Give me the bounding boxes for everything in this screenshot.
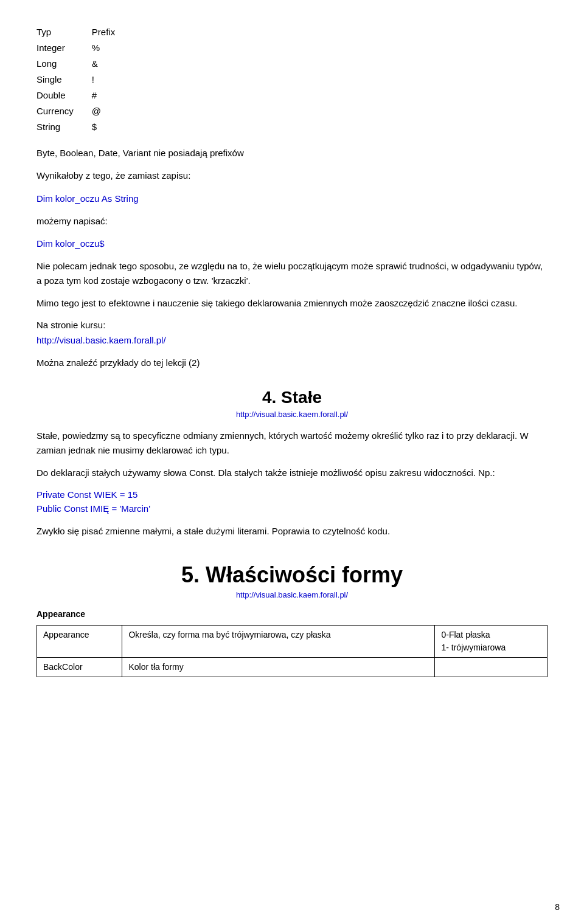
table-row: BackColorKolor tła formy bbox=[37, 658, 548, 677]
table-row: AppearanceOkreśla, czy forma ma być trój… bbox=[37, 626, 548, 658]
appearance-table: AppearanceOkreśla, czy forma ma być trój… bbox=[36, 625, 548, 677]
table-row: TypPrefix bbox=[36, 24, 133, 40]
section4-p3: Zwykło się pisać zmienne małymi, a stałe… bbox=[36, 524, 548, 538]
code-private-const: Private Const WIEK = 15 Public Const IMI… bbox=[36, 488, 548, 515]
lesson-text: Można znaleźć przykłady do tej lekcji (2… bbox=[36, 356, 548, 370]
paragraph-byte-boolean: Byte, Boolean, Date, Variant nie posiada… bbox=[36, 146, 548, 160]
paragraph-wynikaloby: Wynikałoby z tego, że zamiast zapisu: bbox=[36, 168, 548, 182]
table-row: Single! bbox=[36, 72, 133, 88]
paragraph-nie-polecam: Nie polecam jednak tego sposobu, ze wzgl… bbox=[36, 259, 548, 288]
na-stronie-label: Na stronie kursu: bbox=[36, 319, 548, 333]
section4-p1: Stałe, powiedzmy są to specyficzne odmia… bbox=[36, 429, 548, 457]
code-dim-dollar: Dim kolor_oczu$ bbox=[36, 236, 548, 250]
page-number: 8 bbox=[555, 902, 560, 912]
paragraph-mozemy: możemy napisać: bbox=[36, 214, 548, 228]
section4-url[interactable]: http://visual.basic.kaem.forall.pl/ bbox=[36, 410, 548, 419]
section4-heading: 4. Stałe bbox=[36, 388, 548, 407]
section4-p2: Do deklaracji stałych używamy słowa Cons… bbox=[36, 466, 548, 480]
section5-url[interactable]: http://visual.basic.kaem.forall.pl/ bbox=[36, 590, 548, 599]
type-prefix-table: TypPrefixInteger%Long&Single!Double#Curr… bbox=[36, 24, 133, 135]
paragraph-mimo-tego: Mimo tego jest to efektowne i nauczenie … bbox=[36, 296, 548, 310]
appearance-section-label: Appearance bbox=[36, 609, 548, 619]
section5-heading: 5. Właściwości formy bbox=[36, 562, 548, 588]
code-dim-string: Dim kolor_oczu As String bbox=[36, 191, 548, 205]
table-row: Currency@ bbox=[36, 103, 133, 119]
table-row: Long& bbox=[36, 56, 133, 72]
table-row: String$ bbox=[36, 119, 133, 135]
table-row: Integer% bbox=[36, 40, 133, 56]
table-row: Double# bbox=[36, 88, 133, 103]
url1-link[interactable]: http://visual.basic.kaem.forall.pl/ bbox=[36, 334, 548, 348]
